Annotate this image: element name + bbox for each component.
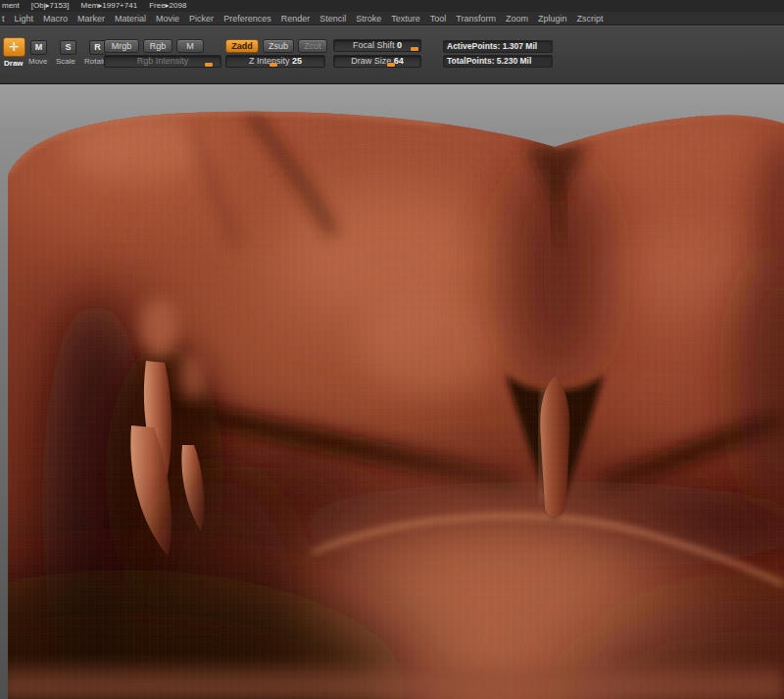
scale-tool-icon: S [65,42,71,52]
four-way-move-icon: ✛ [9,40,19,54]
move-tool-button[interactable]: M [30,40,47,55]
z-intensity-value: 25 [292,56,302,66]
scale-tool-label: Scale [56,57,75,66]
draw-size-handle[interactable] [387,63,395,67]
menu-item-marker[interactable]: Marker [77,12,105,25]
draw-size-label: Draw Size [351,56,391,66]
zsub-button[interactable]: Zsub [263,39,294,53]
z-intensity-handle[interactable] [270,63,277,67]
zadd-button[interactable]: Zadd [225,39,259,53]
obj-counter: [Obj▸7153] [31,0,70,12]
move-tool-label: Move [28,57,48,66]
free-mem-counter: Free▸2098 [149,0,186,12]
menu-item-texture[interactable]: Texture [391,12,420,25]
top-shelf-toolbar: ✛ Draw M Move S Scale R Rotate Mrgb Rgb … [0,25,784,84]
draw-size-value: 64 [394,56,404,66]
menu-item-zscript[interactable]: Zscript [576,12,603,25]
menu-item-zoom[interactable]: Zoom [506,12,528,25]
menu-item-movie[interactable]: Movie [156,12,179,25]
menu-item-zplugin[interactable]: Zplugin [538,12,567,25]
rgb-intensity-slider[interactable]: Rgb Intensity [104,55,221,68]
menu-item-transform[interactable]: Transform [456,12,496,25]
menu-item-picker[interactable]: Picker [189,12,214,25]
titlebar: ment [Obj▸7153] Mem▸1997+741 Free▸2098 [0,0,784,12]
total-points-label: TotalPoints: [447,56,494,66]
menu-item-stroke[interactable]: Stroke [356,12,381,25]
sculpt-canvas[interactable] [0,84,784,699]
menubar: t Light Macro Marker Material Movie Pick… [0,12,784,25]
zcut-button[interactable]: Zcut [298,39,327,53]
draw-tool-button[interactable]: ✛ [3,37,25,57]
scale-tool-button[interactable]: S [60,40,76,55]
menu-item-tool[interactable]: Tool [430,12,447,25]
mem-counter: Mem▸1997+741 [81,0,138,12]
focal-shift-value: 0 [397,40,402,50]
menu-item-material[interactable]: Material [115,12,146,25]
rgb-intensity-label: Rgb Intensity [137,56,189,66]
active-points-value: 1.307 Mil [503,41,537,51]
rgb-button[interactable]: Rgb [143,39,172,53]
model-render [0,84,784,699]
menu-item-preferences[interactable]: Preferences [223,12,271,25]
menu-item-macro[interactable]: Macro [43,12,68,25]
rgb-intensity-handle[interactable] [205,63,213,67]
draw-tool-label: Draw [4,59,24,68]
menu-item-stencil[interactable]: Stencil [319,12,346,25]
titlebar-text-clipped: ment [2,0,20,12]
menu-item-render[interactable]: Render [281,12,311,25]
mrgb-button[interactable]: Mrgb [104,39,139,53]
zbrush-window: ment [Obj▸7153] Mem▸1997+741 Free▸2098 t… [0,0,784,699]
menu-item-clipped[interactable]: t [2,12,5,25]
active-points-label: ActivePoints: [447,41,500,51]
focal-shift-slider[interactable]: Focal Shift 0 [333,39,421,52]
m-button[interactable]: M [176,39,204,53]
active-points-readout: ActivePoints: 1.307 Mil [443,40,553,53]
rotate-tool-icon: R [94,42,101,52]
draw-size-slider[interactable]: Draw Size 64 [333,55,421,68]
z-intensity-slider[interactable]: Z Intensity 25 [225,55,325,68]
total-points-readout: TotalPoints: 5.230 Mil [443,55,553,68]
total-points-value: 5.230 Mil [497,56,531,66]
move-tool-icon: M [35,42,43,52]
focal-shift-handle[interactable] [411,47,418,51]
menu-item-light[interactable]: Light [15,12,34,25]
focal-shift-label: Focal Shift [353,40,395,50]
